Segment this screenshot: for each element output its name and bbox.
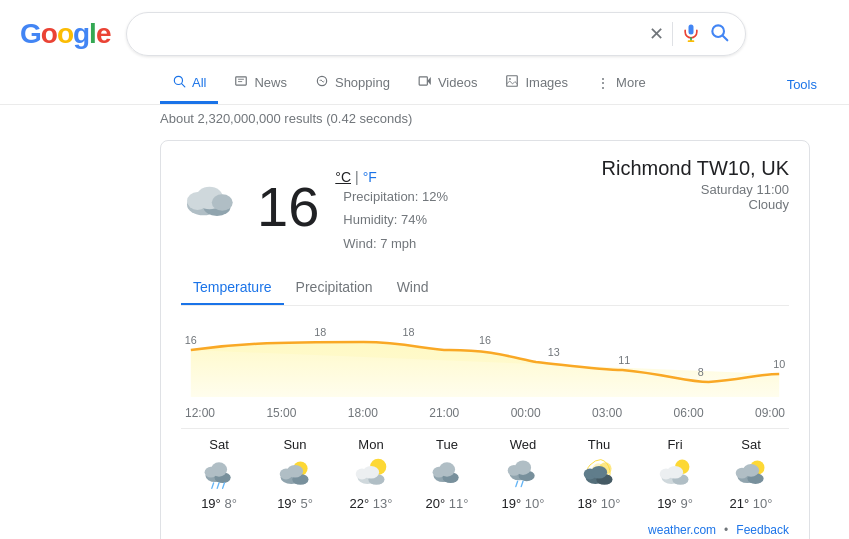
forecast-sat2[interactable]: Sat 21° 10° <box>713 437 789 511</box>
weather-left: 16 °C | °F Precipitation: 12% Humidity: … <box>181 157 448 255</box>
day-icon <box>277 456 313 492</box>
tab-temperature[interactable]: Temperature <box>181 271 284 305</box>
day-name: Tue <box>436 437 458 452</box>
day-name: Sat <box>209 437 229 452</box>
temperature-display: 16 <box>257 174 319 239</box>
nav-item-news[interactable]: News <box>222 64 299 104</box>
weather-main: 16 °C | °F Precipitation: 12% Humidity: … <box>181 157 789 255</box>
daily-forecast: Sat 19° 8° Sun <box>181 428 789 511</box>
nav-item-images[interactable]: Images <box>493 64 580 104</box>
time-label: 09:00 <box>755 406 785 420</box>
forecast-tue[interactable]: Tue 20° 11° <box>409 437 485 511</box>
time-labels: 12:00 15:00 18:00 21:00 00:00 03:00 06:0… <box>181 406 789 420</box>
time-label: 00:00 <box>511 406 541 420</box>
search-input[interactable]: weather <box>143 25 641 43</box>
day-temp: 19° 10° <box>502 496 545 511</box>
nav-more-label: More <box>616 75 646 90</box>
svg-point-43 <box>363 466 379 479</box>
svg-text:16: 16 <box>185 334 197 346</box>
nav-item-all[interactable]: All <box>160 64 218 104</box>
svg-rect-6 <box>236 77 247 85</box>
tab-precipitation[interactable]: Precipitation <box>284 271 385 305</box>
search-bar: weather ✕ <box>126 12 746 56</box>
forecast-sat1[interactable]: Sat 19° 8° <box>181 437 257 511</box>
nav-item-shopping[interactable]: Shopping <box>303 64 402 104</box>
voice-search-button[interactable] <box>681 22 701 47</box>
time-label: 03:00 <box>592 406 622 420</box>
unit-divider: | <box>355 169 359 185</box>
day-temp: 22° 13° <box>350 496 393 511</box>
svg-text:18: 18 <box>314 326 326 338</box>
all-icon <box>172 74 186 91</box>
clear-search-button[interactable]: ✕ <box>649 23 664 45</box>
svg-text:8: 8 <box>698 366 704 378</box>
time-label: 06:00 <box>674 406 704 420</box>
search-nav: All News Shopping Videos Images ⋮ More T… <box>0 64 849 105</box>
results-count-text: About 2,320,000,000 results (0.42 second… <box>160 111 412 126</box>
day-icon <box>353 456 389 492</box>
weather-unit-toggle: °C | °F Precipitation: 12% Humidity: 74%… <box>335 161 448 255</box>
time-label: 15:00 <box>266 406 296 420</box>
svg-point-68 <box>743 464 759 477</box>
svg-rect-10 <box>419 77 427 85</box>
tab-wind[interactable]: Wind <box>385 271 441 305</box>
svg-text:10: 10 <box>773 358 785 370</box>
day-temp: 20° 11° <box>426 496 469 511</box>
header: Google weather ✕ <box>0 0 849 64</box>
forecast-mon[interactable]: Mon 22° 13° <box>333 437 409 511</box>
chart-svg: 16 18 18 16 13 11 8 10 <box>181 322 789 402</box>
svg-line-52 <box>516 481 518 486</box>
svg-text:18: 18 <box>403 326 415 338</box>
forecast-thu[interactable]: Thu 18° 10° <box>561 437 637 511</box>
svg-line-31 <box>212 483 214 488</box>
day-name: Fri <box>667 437 682 452</box>
svg-line-53 <box>521 481 523 486</box>
weather-tabs: Temperature Precipitation Wind <box>181 271 789 306</box>
day-name: Thu <box>588 437 610 452</box>
weather-source-link[interactable]: weather.com <box>648 523 716 537</box>
nav-item-videos[interactable]: Videos <box>406 64 490 104</box>
forecast-sun[interactable]: Sun 19° 5° <box>257 437 333 511</box>
wind-text: Wind: 7 mph <box>343 232 448 255</box>
more-icon: ⋮ <box>596 75 610 91</box>
svg-rect-12 <box>507 76 518 87</box>
time-label: 12:00 <box>185 406 215 420</box>
weather-datetime: Saturday 11:00 <box>602 182 789 197</box>
svg-point-13 <box>510 78 512 80</box>
logo-text: Google <box>20 18 110 50</box>
svg-text:16: 16 <box>479 334 491 346</box>
svg-line-33 <box>223 483 225 488</box>
time-label: 21:00 <box>429 406 459 420</box>
forecast-fri[interactable]: Fri 19° 9° <box>637 437 713 511</box>
videos-icon <box>418 74 432 91</box>
day-icon <box>201 456 237 492</box>
feedback-link[interactable]: Feedback <box>736 523 789 537</box>
shopping-icon <box>315 74 329 91</box>
day-icon <box>429 456 465 492</box>
svg-point-38 <box>287 465 303 478</box>
nav-videos-label: Videos <box>438 75 478 90</box>
time-label: 18:00 <box>348 406 378 420</box>
search-button[interactable] <box>709 22 729 47</box>
celsius-button[interactable]: °C <box>335 169 351 185</box>
tools-button[interactable]: Tools <box>775 67 829 102</box>
nav-shopping-label: Shopping <box>335 75 390 90</box>
svg-text:13: 13 <box>548 346 560 358</box>
svg-text:11: 11 <box>618 354 630 366</box>
day-name: Mon <box>358 437 383 452</box>
weather-card: 16 °C | °F Precipitation: 12% Humidity: … <box>160 140 810 539</box>
day-temp: 19° 9° <box>657 496 693 511</box>
weather-location: Richmond TW10, UK <box>602 157 789 180</box>
google-logo: Google <box>20 18 110 50</box>
images-icon <box>505 74 519 91</box>
day-temp: 19° 8° <box>201 496 237 511</box>
day-icon <box>657 456 693 492</box>
fahrenheit-button[interactable]: °F <box>363 169 377 185</box>
nav-news-label: News <box>254 75 287 90</box>
day-icon <box>733 456 769 492</box>
day-temp: 21° 10° <box>730 496 773 511</box>
nav-images-label: Images <box>525 75 568 90</box>
forecast-wed[interactable]: Wed 19° 10° <box>485 437 561 511</box>
day-name: Wed <box>510 437 537 452</box>
nav-item-more[interactable]: ⋮ More <box>584 65 658 104</box>
